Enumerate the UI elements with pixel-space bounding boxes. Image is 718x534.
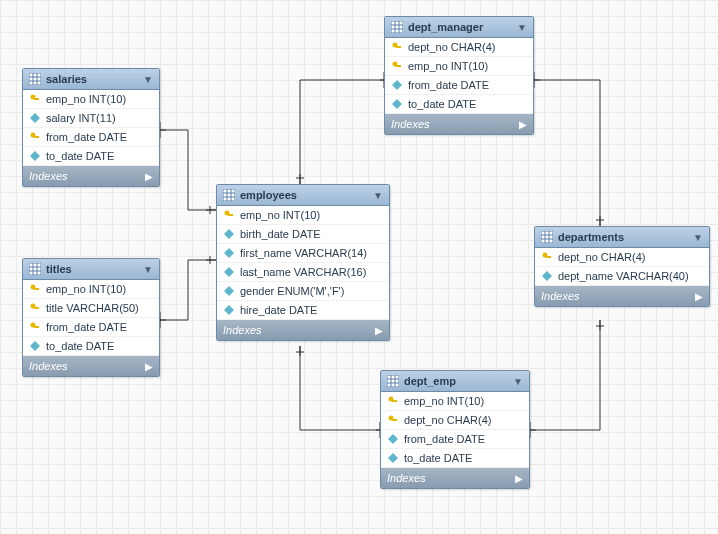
svg-marker-7 (30, 113, 40, 123)
svg-rect-11 (29, 263, 41, 275)
table-departments[interactable]: departments ▼ dept_no CHAR(4) dept_name … (534, 226, 710, 307)
svg-marker-32 (224, 267, 234, 277)
svg-rect-9 (34, 136, 39, 138)
expand-icon[interactable]: ▶ (145, 171, 153, 182)
table-icon (541, 231, 553, 243)
key-icon (29, 283, 41, 295)
collapse-icon[interactable]: ▼ (517, 22, 527, 33)
svg-rect-57 (541, 231, 553, 243)
column-row[interactable]: to_date DATE (23, 337, 159, 356)
key-icon (391, 41, 403, 53)
indexes-section[interactable]: Indexes▶ (381, 468, 529, 488)
table-header[interactable]: departments ▼ (535, 227, 709, 248)
column-label: dept_name VARCHAR(40) (558, 270, 689, 282)
column-row[interactable]: from_date DATE (23, 128, 159, 147)
table-icon (223, 189, 235, 201)
column-row[interactable]: from_date DATE (381, 430, 529, 449)
table-title: dept_emp (404, 375, 456, 387)
table-header[interactable]: titles ▼ (23, 259, 159, 280)
diamond-icon (223, 285, 235, 297)
indexes-label: Indexes (29, 170, 68, 182)
diamond-icon (387, 433, 399, 445)
svg-rect-29 (228, 214, 233, 216)
svg-marker-33 (224, 286, 234, 296)
column-row[interactable]: dept_no CHAR(4) (385, 38, 533, 57)
column-row[interactable]: from_date DATE (385, 76, 533, 95)
column-label: first_name VARCHAR(14) (240, 247, 367, 259)
column-label: birth_date DATE (240, 228, 321, 240)
expand-icon[interactable]: ▶ (515, 473, 523, 484)
column-label: to_date DATE (408, 98, 476, 110)
indexes-section[interactable]: Indexes▶ (217, 320, 389, 340)
column-row[interactable]: first_name VARCHAR(14) (217, 244, 389, 263)
expand-icon[interactable]: ▶ (519, 119, 527, 130)
table-title: departments (558, 231, 624, 243)
expand-icon[interactable]: ▶ (375, 325, 383, 336)
key-icon (391, 60, 403, 72)
column-row[interactable]: emp_no INT(10) (23, 90, 159, 109)
key-icon (29, 131, 41, 143)
table-title: employees (240, 189, 297, 201)
svg-marker-34 (224, 305, 234, 315)
column-row[interactable]: dept_name VARCHAR(40) (535, 267, 709, 286)
indexes-section[interactable]: Indexes▶ (23, 166, 159, 186)
table-header[interactable]: dept_emp ▼ (381, 371, 529, 392)
column-label: dept_no CHAR(4) (558, 251, 645, 263)
diamond-icon (391, 79, 403, 91)
column-label: dept_no CHAR(4) (408, 41, 495, 53)
column-row[interactable]: emp_no INT(10) (217, 206, 389, 225)
expand-icon[interactable]: ▶ (695, 291, 703, 302)
column-row[interactable]: emp_no INT(10) (381, 392, 529, 411)
column-row[interactable]: dept_no CHAR(4) (535, 248, 709, 267)
indexes-section[interactable]: Indexes▶ (385, 114, 533, 134)
svg-rect-21 (34, 326, 39, 328)
table-header[interactable]: salaries ▼ (23, 69, 159, 90)
diamond-icon (541, 270, 553, 282)
table-salaries[interactable]: salaries ▼ emp_no INT(10) salary INT(11)… (22, 68, 160, 187)
column-row[interactable]: birth_date DATE (217, 225, 389, 244)
indexes-section[interactable]: Indexes▶ (23, 356, 159, 376)
indexes-label: Indexes (541, 290, 580, 302)
collapse-icon[interactable]: ▼ (143, 264, 153, 275)
svg-rect-41 (396, 46, 401, 48)
column-row[interactable]: to_date DATE (23, 147, 159, 166)
indexes-section[interactable]: Indexes▶ (535, 286, 709, 306)
svg-marker-10 (30, 151, 40, 161)
table-header[interactable]: dept_manager ▼ (385, 17, 533, 38)
table-header[interactable]: employees ▼ (217, 185, 389, 206)
indexes-label: Indexes (387, 472, 426, 484)
collapse-icon[interactable]: ▼ (513, 376, 523, 387)
column-row[interactable]: dept_no CHAR(4) (381, 411, 529, 430)
column-row[interactable]: emp_no INT(10) (23, 280, 159, 299)
collapse-icon[interactable]: ▼ (373, 190, 383, 201)
indexes-label: Indexes (391, 118, 430, 130)
column-row[interactable]: hire_date DATE (217, 301, 389, 320)
collapse-icon[interactable]: ▼ (693, 232, 703, 243)
table-dept-emp[interactable]: dept_emp ▼ emp_no INT(10) dept_no CHAR(4… (380, 370, 530, 489)
column-row[interactable]: gender ENUM('M','F') (217, 282, 389, 301)
column-row[interactable]: last_name VARCHAR(16) (217, 263, 389, 282)
column-label: emp_no INT(10) (46, 283, 126, 295)
svg-marker-45 (392, 99, 402, 109)
table-dept-manager[interactable]: dept_manager ▼ dept_no CHAR(4) emp_no IN… (384, 16, 534, 135)
diamond-icon (387, 452, 399, 464)
key-icon (387, 395, 399, 407)
key-icon (29, 302, 41, 314)
table-employees[interactable]: employees ▼ emp_no INT(10) birth_date DA… (216, 184, 390, 341)
svg-rect-6 (34, 98, 39, 100)
collapse-icon[interactable]: ▼ (143, 74, 153, 85)
column-row[interactable]: to_date DATE (381, 449, 529, 468)
column-row[interactable]: title VARCHAR(50) (23, 299, 159, 318)
column-label: emp_no INT(10) (46, 93, 126, 105)
key-icon (387, 414, 399, 426)
table-titles[interactable]: titles ▼ emp_no INT(10) title VARCHAR(50… (22, 258, 160, 377)
column-row[interactable]: emp_no INT(10) (385, 57, 533, 76)
expand-icon[interactable]: ▶ (145, 361, 153, 372)
column-row[interactable]: from_date DATE (23, 318, 159, 337)
column-row[interactable]: to_date DATE (385, 95, 533, 114)
table-title: dept_manager (408, 21, 483, 33)
column-label: last_name VARCHAR(16) (240, 266, 366, 278)
svg-rect-35 (391, 21, 403, 33)
column-row[interactable]: salary INT(11) (23, 109, 159, 128)
column-label: emp_no INT(10) (408, 60, 488, 72)
